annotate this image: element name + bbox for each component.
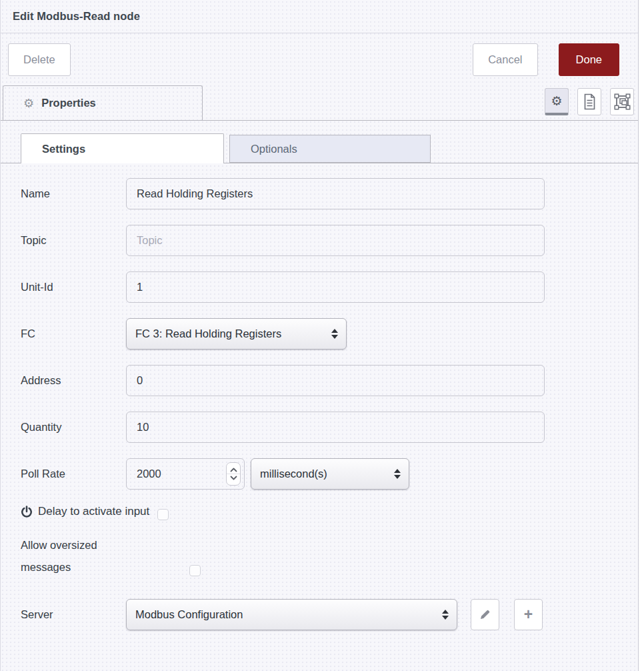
description-tab-button[interactable]: [577, 88, 601, 115]
gear-icon: ⚙: [23, 97, 34, 109]
poll-rate-unit-select[interactable]: millisecond(s): [251, 458, 409, 490]
pencil-icon: [479, 608, 491, 621]
properties-tab-button[interactable]: ⚙: [545, 88, 569, 115]
poll-rate-unit-selected: millisecond(s): [260, 468, 327, 480]
node-properties-form: Name Topic Unit-Id FC FC 3: Read Holding…: [1, 163, 638, 630]
fc-label: FC: [21, 327, 126, 340]
poll-rate-input-wrap: [126, 458, 245, 490]
chevron-up-icon: [230, 468, 237, 472]
delay-activate-row: Delay to activate input: [21, 505, 638, 518]
name-row: Name: [21, 178, 638, 209]
tab-optionals-label: Optionals: [251, 143, 297, 155]
server-select[interactable]: Modbus Configuration: [126, 599, 457, 630]
server-selected-option: Modbus Configuration: [135, 608, 243, 621]
edit-node-dialog: Edit Modbus-Read node Delete Cancel Done…: [0, 0, 639, 671]
done-button[interactable]: Done: [559, 43, 619, 76]
delay-activate-checkbox[interactable]: [157, 509, 169, 520]
plus-icon: +: [524, 606, 533, 624]
select-arrows-icon: [331, 329, 338, 339]
topic-label: Topic: [21, 234, 126, 247]
tab-settings-label: Settings: [42, 143, 85, 155]
tab-properties[interactable]: ⚙ Properties: [3, 85, 203, 120]
unit-id-label: Unit-Id: [21, 281, 126, 293]
fc-selected-option: FC 3: Read Holding Registers: [135, 327, 281, 340]
dialog-toolbar: Delete Cancel Done: [1, 33, 638, 85]
tab-optionals[interactable]: Optionals: [229, 135, 431, 163]
number-stepper[interactable]: [226, 462, 241, 486]
address-row: Address: [21, 365, 638, 396]
appearance-tab-button[interactable]: [610, 88, 634, 115]
dialog-title: Edit Modbus-Read node: [13, 10, 140, 23]
cancel-button[interactable]: Cancel: [473, 43, 537, 76]
dialog-header: Edit Modbus-Read node: [1, 0, 638, 33]
fc-select[interactable]: FC 3: Read Holding Registers: [126, 318, 347, 350]
editor-tab-icons: ⚙: [545, 88, 634, 115]
power-icon: [21, 506, 33, 518]
gear-icon: ⚙: [551, 95, 562, 107]
topic-input[interactable]: [126, 225, 545, 256]
appearance-icon: [614, 93, 631, 110]
document-icon: [583, 93, 596, 110]
oversized-messages-label: Allow oversized messages: [21, 534, 121, 578]
poll-rate-row: Poll Rate millisecond(s): [21, 458, 638, 490]
delete-button[interactable]: Delete: [8, 43, 71, 76]
chevron-down-icon: [230, 476, 237, 480]
name-label: Name: [21, 187, 126, 200]
quantity-input[interactable]: [126, 412, 545, 443]
add-server-button[interactable]: +: [514, 599, 543, 630]
oversized-messages-row: Allow oversized messages: [21, 534, 638, 578]
quantity-label: Quantity: [21, 421, 126, 434]
edit-server-button[interactable]: [471, 599, 499, 630]
unit-id-input[interactable]: [126, 271, 545, 303]
tab-properties-label: Properties: [41, 97, 96, 109]
poll-rate-label: Poll Rate: [21, 468, 126, 480]
quantity-row: Quantity: [21, 412, 638, 443]
topic-row: Topic: [21, 225, 638, 256]
select-arrows-icon: [442, 610, 449, 620]
select-arrows-icon: [394, 469, 401, 479]
name-input[interactable]: [126, 178, 545, 209]
oversized-messages-checkbox[interactable]: [189, 565, 201, 576]
delay-activate-label: Delay to activate input: [38, 505, 149, 518]
tab-settings[interactable]: Settings: [21, 133, 224, 163]
settings-optionals-tabs: Settings Optionals: [1, 133, 638, 163]
address-label: Address: [21, 374, 126, 387]
server-label: Server: [21, 608, 126, 621]
unit-id-row: Unit-Id: [21, 271, 638, 303]
editor-tabbar: ⚙ Properties ⚙: [1, 85, 638, 121]
server-row: Server Modbus Configuration +: [21, 599, 638, 630]
address-input[interactable]: [126, 365, 545, 396]
fc-row: FC FC 3: Read Holding Registers: [21, 318, 638, 350]
